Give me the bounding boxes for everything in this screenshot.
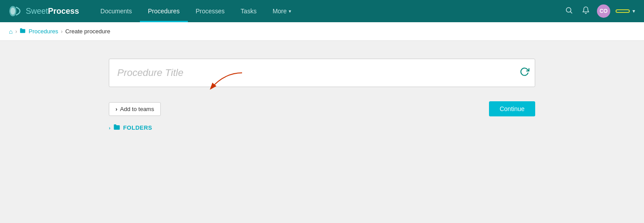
folders-folder-icon: [113, 123, 120, 132]
nav-processes[interactable]: Processes: [188, 0, 233, 22]
svg-point-1: [11, 8, 16, 15]
nav-tasks[interactable]: Tasks: [233, 0, 265, 22]
nav-right: CO ▾: [563, 4, 635, 18]
main-content: › Add to teams Continue › FOLDERS: [0, 41, 644, 223]
nav-links: Documents Procedures Processes Tasks Mor…: [92, 0, 563, 22]
chevron-down-icon: ▾: [289, 8, 291, 14]
breadcrumb-sep-1: ›: [15, 28, 17, 35]
title-input-wrapper: [109, 59, 535, 87]
nav-procedures[interactable]: Procedures: [140, 0, 188, 22]
breadcrumb-sep-2: ›: [61, 28, 63, 35]
breadcrumb-home: ⌂: [9, 28, 12, 35]
refresh-icon: [520, 67, 529, 79]
add-to-teams-button[interactable]: › Add to teams: [109, 102, 161, 116]
avatar: CO: [597, 4, 610, 18]
breadcrumb-current-page: Create procedure: [65, 28, 110, 35]
breadcrumb-procedures-item: Procedures: [20, 28, 58, 35]
brand-name: SweetProcess: [26, 7, 79, 16]
folders-chevron-icon: ›: [109, 125, 111, 131]
folders-label: FOLDERS: [123, 124, 152, 131]
user-dropdown-icon: ▾: [632, 8, 635, 14]
sweetprocess-logo-icon: [9, 4, 23, 18]
search-button[interactable]: [563, 4, 575, 18]
user-menu-button[interactable]: ▾: [616, 8, 635, 14]
folders-row[interactable]: › FOLDERS: [109, 123, 535, 132]
continue-button[interactable]: Continue: [489, 101, 535, 116]
home-icon: ⌂: [9, 28, 12, 35]
home-link[interactable]: ⌂: [9, 28, 12, 35]
procedure-title-input[interactable]: [109, 59, 535, 87]
refresh-title-button[interactable]: [520, 67, 529, 79]
user-name: [616, 9, 630, 13]
navbar: SweetProcess Documents Procedures Proces…: [0, 0, 644, 22]
svg-line-3: [570, 12, 572, 13]
add-to-teams-chevron-icon: ›: [115, 106, 117, 112]
search-icon: [565, 6, 573, 16]
breadcrumb: ⌂ › Procedures › Create procedure: [0, 22, 644, 41]
bell-icon: [582, 6, 590, 16]
notifications-button[interactable]: [580, 4, 592, 18]
brand-logo-link[interactable]: SweetProcess: [9, 4, 79, 18]
nav-documents[interactable]: Documents: [92, 0, 140, 22]
procedure-form: › Add to teams Continue › FOLDERS: [109, 59, 535, 205]
add-to-teams-label: Add to teams: [120, 106, 154, 112]
breadcrumb-folder-icon: [20, 28, 26, 35]
actions-row: › Add to teams Continue: [109, 101, 535, 116]
procedures-breadcrumb-link[interactable]: Procedures: [28, 28, 58, 35]
nav-more[interactable]: More ▾: [265, 0, 299, 22]
